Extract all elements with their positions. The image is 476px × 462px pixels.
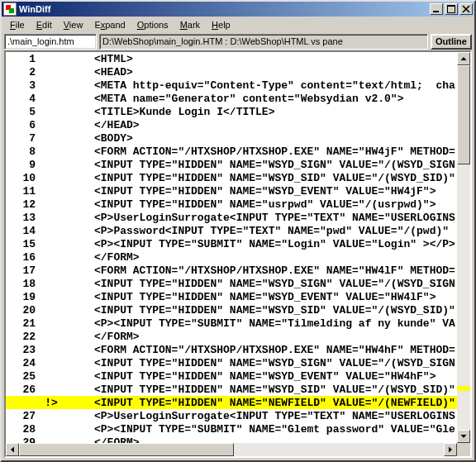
menu-expand[interactable]: Expand (89, 18, 130, 31)
line-number: 10 (6, 172, 38, 184)
code-line[interactable]: 16</FORM> (6, 250, 457, 264)
code-line[interactable]: 3<META http-equiv="Content-Type" content… (6, 79, 457, 92)
svg-marker-6 (461, 435, 467, 438)
code-text: <P><INPUT TYPE="SUBMIT" NAME="Glemt pass… (64, 423, 455, 436)
code-line[interactable]: 14<P>Password<INPUT TYPE="TEXT" NAME="pw… (6, 224, 457, 237)
code-line[interactable]: 6</HEAD> (6, 118, 457, 131)
menu-file[interactable]: File (5, 18, 30, 31)
code-text: <P>UserLoginSurrogate<INPUT TYPE="TEXT" … (64, 410, 455, 422)
menu-mark[interactable]: Mark (175, 18, 205, 31)
line-number: 5 (6, 106, 38, 118)
code-line[interactable]: 7<BODY> (6, 131, 457, 145)
description-field[interactable]: D:\WebShop\main_login.HTM : D:\WebShop\H… (99, 34, 428, 50)
menu-view[interactable]: View (59, 18, 88, 31)
outline-button[interactable]: Outline (431, 34, 472, 50)
code-text: <INPUT TYPE="HIDDEN" NAME="WSYD_EVENT" V… (64, 370, 436, 383)
toolbar: .\main_login.htm D:\WebShop\main_login.H… (2, 32, 474, 50)
code-line[interactable]: 21<P><INPUT TYPE="SUBMIT" NAME="Tilmeldi… (6, 317, 457, 330)
close-button[interactable] (459, 3, 473, 15)
code-text: </FORM> (64, 436, 140, 444)
code-text: <P>UserLoginSurrogate<INPUT TYPE="TEXT" … (64, 212, 455, 224)
horizontal-scrollbar[interactable] (6, 443, 457, 456)
vertical-scrollbar[interactable] (457, 52, 470, 443)
code-text: <BODY> (64, 132, 133, 145)
code-line[interactable]: 26<INPUT TYPE="HIDDEN" NAME="WSYD_SID" V… (6, 383, 457, 396)
code-line[interactable]: 11<INPUT TYPE="HIDDEN" NAME="WSYD_EVENT"… (6, 184, 457, 198)
code-text: <FORM ACTION="/HTXSHOP/HTXSHOP.EXE" NAME… (64, 145, 455, 158)
line-number: 28 (6, 423, 38, 436)
svg-marker-7 (11, 447, 14, 453)
code-line[interactable]: 25<INPUT TYPE="HIDDEN" NAME="WSYD_EVENT"… (6, 369, 457, 383)
code-text: <FORM ACTION="/HTXSHOP/HTXSHOP.EXE" NAME… (64, 344, 455, 356)
line-number: 4 (6, 93, 38, 105)
line-number: 12 (6, 198, 38, 211)
window-title: WinDiff (19, 4, 428, 14)
diff-flag: !> (38, 397, 64, 409)
diff-content[interactable]: 1<HTML>2<HEAD>3<META http-equiv="Content… (6, 52, 457, 443)
menu-options[interactable]: Options (132, 18, 174, 31)
svg-rect-2 (447, 5, 455, 7)
code-line[interactable]: 24<INPUT TYPE="HIDDEN" NAME="WSYD_SIGN" … (6, 356, 457, 369)
code-text: <HEAD> (64, 66, 133, 79)
minimize-button[interactable] (430, 3, 443, 15)
code-line[interactable]: 19<INPUT TYPE="HIDDEN" NAME="WSYD_EVENT"… (6, 290, 457, 303)
line-number: 26 (6, 383, 38, 396)
main-window: WinDiff FileEditViewExpandOptionsMarkHel… (0, 0, 476, 462)
code-line[interactable]: 28<P><INPUT TYPE="SUBMIT" NAME="Glemt pa… (6, 422, 457, 436)
code-line[interactable]: 23<FORM ACTION="/HTXSHOP/HTXSHOP.EXE" NA… (6, 343, 457, 356)
code-line[interactable]: 27<P>UserLoginSurrogate<INPUT TYPE="TEXT… (6, 409, 457, 422)
code-line[interactable]: 13<P>UserLoginSurrogate<INPUT TYPE="TEXT… (6, 211, 457, 224)
code-text: <FORM ACTION="/HTXSHOP/HTXSHOP.EXE" NAME… (64, 264, 455, 277)
code-line[interactable]: 29</FORM> (6, 436, 457, 443)
code-line[interactable]: 20<INPUT TYPE="HIDDEN" NAME="WSYD_SID" V… (6, 303, 457, 317)
line-number: 27 (6, 410, 38, 422)
code-line[interactable]: 18<INPUT TYPE="HIDDEN" NAME="WSYD_SIGN" … (6, 277, 457, 290)
code-text: <INPUT TYPE="HIDDEN" NAME="WSYD_EVENT" V… (64, 291, 436, 303)
scroll-down-button[interactable] (457, 430, 470, 443)
code-text: <INPUT TYPE="HIDDEN" NAME="WSYD_SID" VAL… (64, 383, 455, 396)
line-number: 20 (6, 304, 38, 317)
code-line[interactable]: 15<P><INPUT TYPE="SUBMIT" NAME="Login" V… (6, 237, 457, 250)
code-text: <P><INPUT TYPE="SUBMIT" NAME="Login" VAL… (64, 238, 455, 250)
line-number: 13 (6, 212, 38, 224)
title-bar[interactable]: WinDiff (2, 2, 474, 17)
scrollbar-corner (457, 443, 470, 456)
code-line[interactable]: 17<FORM ACTION="/HTXSHOP/HTXSHOP.EXE" NA… (6, 264, 457, 277)
scroll-up-button[interactable] (457, 52, 470, 65)
menu-help[interactable]: Help (207, 18, 236, 31)
code-line[interactable]: 5<TITLE>Kunde Login I</TITLE> (6, 105, 457, 118)
code-line[interactable]: 10<INPUT TYPE="HIDDEN" NAME="WSYD_SID" V… (6, 171, 457, 184)
app-icon (3, 2, 17, 16)
line-number: 7 (6, 132, 38, 145)
code-line[interactable]: 8<FORM ACTION="/HTXSHOP/HTXSHOP.EXE" NAM… (6, 145, 457, 158)
scroll-left-button[interactable] (6, 443, 19, 456)
path-field[interactable]: .\main_login.htm (4, 34, 97, 50)
menu-edit[interactable]: Edit (31, 18, 57, 31)
code-text: <INPUT TYPE="HIDDEN" NAME="WSYD_EVENT" V… (64, 185, 436, 198)
line-number: 11 (6, 185, 38, 198)
vertical-scroll-thumb[interactable] (457, 65, 470, 164)
menu-bar: FileEditViewExpandOptionsMarkHelp (2, 17, 474, 32)
code-line[interactable]: 12<INPUT TYPE="HIDDEN" NAME="usrpwd" VAL… (6, 198, 457, 211)
code-line[interactable]: 2<HEAD> (6, 65, 457, 79)
horizontal-scroll-thumb[interactable] (19, 443, 234, 456)
code-text: <INPUT TYPE="HIDDEN" NAME="WSYD_SIGN" VA… (64, 357, 455, 369)
code-line[interactable]: 4<META name="Generator" content="Websydi… (6, 92, 457, 105)
diff-line-inserted[interactable]: !><INPUT TYPE="HIDDEN" NAME="NEWFIELD" V… (6, 396, 457, 409)
code-text: <P>Password<INPUT TYPE="TEXT" NAME="pwd"… (64, 225, 449, 237)
code-text: <INPUT TYPE="HIDDEN" NAME="NEWFIELD" VAL… (64, 397, 455, 409)
code-line[interactable]: 22</FORM> (6, 330, 457, 343)
line-number: 6 (6, 119, 38, 131)
code-text: </HEAD> (64, 119, 140, 131)
svg-marker-8 (449, 447, 452, 453)
code-line[interactable]: 1<HTML> (6, 52, 457, 65)
scroll-right-button[interactable] (444, 443, 457, 456)
line-number: 25 (6, 370, 38, 383)
diff-marker (457, 386, 470, 391)
code-line[interactable]: 9<INPUT TYPE="HIDDEN" NAME="WSYD_SIGN" V… (6, 158, 457, 171)
code-text: </FORM> (64, 251, 140, 264)
line-number: 29 (6, 436, 38, 444)
maximize-button[interactable] (445, 3, 458, 15)
line-number: 8 (6, 145, 38, 158)
line-number: 23 (6, 344, 38, 356)
